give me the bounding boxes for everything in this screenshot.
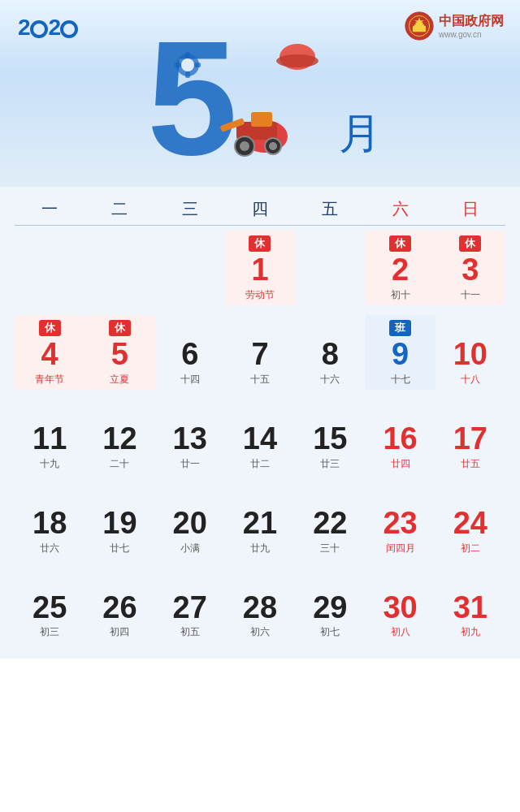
day-lunar: 十八 xyxy=(461,373,480,387)
day-number: 1 xyxy=(251,253,268,287)
cal-cell: 休4青年节 xyxy=(15,315,84,390)
weekday-fri: 五 xyxy=(295,198,365,220)
day-lunar: 廿九 xyxy=(250,542,270,555)
weekday-wed: 三 xyxy=(155,198,225,220)
cal-cell: 30初八 xyxy=(365,568,435,643)
cal-cell: 26初四 xyxy=(84,568,154,643)
cal-cell: 16廿四 xyxy=(365,400,435,474)
day-lunar: 廿七 xyxy=(110,542,129,555)
day-lunar: 廿六 xyxy=(40,542,59,555)
day-number: 22 xyxy=(313,507,347,541)
day-number: 23 xyxy=(383,507,417,541)
day-number: 14 xyxy=(243,422,277,456)
day-lunar: 十四 xyxy=(180,373,200,387)
year-logo: 22 xyxy=(18,15,79,41)
day-lunar: 十六 xyxy=(320,373,340,387)
day-lunar: 初六 xyxy=(250,625,270,639)
day-lunar: 二十 xyxy=(110,457,129,471)
calendar-grid: 休1劳动节休2初十休3十一休4青年节休5立夏6十四7十五8十六班9十七10十八1… xyxy=(15,231,505,642)
day-lunar: 十九 xyxy=(40,457,59,471)
day-lunar: 初二 xyxy=(461,542,480,555)
gov-name-label: 中国政府网 xyxy=(439,13,504,30)
day-number: 10 xyxy=(453,338,488,372)
day-number: 24 xyxy=(453,507,488,541)
cal-cell: 18廿六 xyxy=(15,484,84,559)
day-number: 11 xyxy=(32,422,67,456)
cal-cell: 12二十 xyxy=(84,400,154,474)
cal-cell: 休1劳动节 xyxy=(225,231,295,305)
day-lunar: 十七 xyxy=(391,373,410,387)
day-lunar: 立夏 xyxy=(110,373,129,387)
cal-cell: 22三十 xyxy=(295,484,365,559)
day-number: 21 xyxy=(243,507,277,541)
cal-cell: 19廿七 xyxy=(84,484,154,559)
day-lunar: 初三 xyxy=(40,625,59,639)
month-label: 月 xyxy=(339,106,381,162)
day-number: 29 xyxy=(313,591,347,625)
day-badge: 休 xyxy=(459,235,481,252)
cal-cell: 13廿一 xyxy=(155,400,225,474)
gov-logo: 中国政府网 www.gov.cn xyxy=(405,11,504,41)
svg-point-16 xyxy=(276,54,318,67)
day-lunar: 廿四 xyxy=(391,457,410,471)
cal-cell: 14廿二 xyxy=(225,400,295,474)
day-number: 18 xyxy=(32,507,67,541)
cal-cell: 7十五 xyxy=(225,315,295,390)
day-number: 5 xyxy=(111,338,128,372)
day-number: 27 xyxy=(173,591,207,625)
weekday-sat: 六 xyxy=(365,198,435,220)
day-number: 25 xyxy=(32,591,67,625)
day-badge: 休 xyxy=(109,320,131,336)
cal-cell: 20小满 xyxy=(155,484,225,559)
svg-point-18 xyxy=(181,58,194,71)
day-number: 20 xyxy=(173,507,207,541)
day-number: 19 xyxy=(102,507,136,541)
weekday-tue: 二 xyxy=(84,198,154,220)
svg-rect-21 xyxy=(175,63,181,67)
svg-text:5: 5 xyxy=(147,16,237,171)
zero-circle-1 xyxy=(30,20,48,38)
cal-cell: 21廿九 xyxy=(225,484,295,559)
day-lunar: 初五 xyxy=(180,625,200,639)
day-number: 3 xyxy=(462,253,479,287)
gov-emblem-icon xyxy=(405,11,434,41)
svg-rect-13 xyxy=(251,112,272,127)
weekday-sun: 日 xyxy=(436,198,505,220)
cal-cell: 17廿五 xyxy=(436,400,505,474)
day-lunar: 劳动节 xyxy=(245,288,275,302)
cal-cell xyxy=(84,231,154,305)
cal-cell xyxy=(15,231,84,305)
svg-rect-20 xyxy=(185,71,190,78)
day-lunar: 初十 xyxy=(391,288,410,302)
cal-cell: 休3十一 xyxy=(436,231,505,305)
svg-rect-2 xyxy=(413,26,426,32)
calendar: 一 二 三 四 五 六 日 休1劳动节休2初十休3十一休4青年节休5立夏6十四7… xyxy=(0,187,520,659)
day-lunar: 小满 xyxy=(180,542,200,555)
day-number: 7 xyxy=(251,338,268,372)
day-number: 12 xyxy=(102,422,136,456)
cal-cell: 6十四 xyxy=(155,315,225,390)
day-badge: 休 xyxy=(389,235,411,252)
day-number: 30 xyxy=(383,591,417,625)
day-lunar: 初八 xyxy=(391,625,410,639)
day-lunar: 初四 xyxy=(110,625,129,639)
day-lunar: 三十 xyxy=(320,542,340,555)
cal-cell xyxy=(155,231,225,305)
day-number: 31 xyxy=(453,591,488,625)
day-lunar: 廿五 xyxy=(461,457,480,471)
day-number: 9 xyxy=(392,338,409,372)
header: 22 中国政府网 www.gov.cn 5 xyxy=(0,0,520,187)
cal-cell xyxy=(295,231,365,305)
day-number: 28 xyxy=(243,591,277,625)
svg-point-10 xyxy=(240,141,249,151)
day-badge: 休 xyxy=(249,235,271,252)
cal-cell: 24初二 xyxy=(436,484,505,559)
weekday-mon: 一 xyxy=(15,198,84,220)
day-lunar: 初九 xyxy=(461,625,480,639)
weekday-thu: 四 xyxy=(225,198,295,220)
gov-text: 中国政府网 www.gov.cn xyxy=(439,13,504,39)
day-number: 6 xyxy=(181,338,198,372)
cal-cell: 31初九 xyxy=(436,568,505,643)
day-number: 8 xyxy=(322,338,339,372)
day-lunar: 廿二 xyxy=(250,457,270,471)
